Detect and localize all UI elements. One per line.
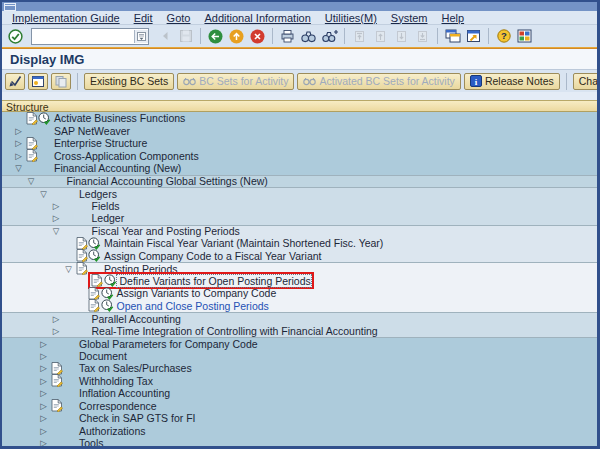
copy-pages-icon (54, 75, 68, 88)
tree-row-content: Withholding Tax (50, 374, 153, 387)
collapse-arrow-icon[interactable]: ▽ (37, 190, 50, 199)
tree-item-label[interactable]: Assign Company Code to a Fiscal Year Var… (101, 250, 322, 262)
tree-item-label[interactable]: Check in SAP GTS for FI (76, 412, 196, 424)
command-field-dropdown-icon[interactable] (134, 30, 148, 43)
collapse-arrow-icon[interactable]: ▽ (50, 227, 63, 236)
img-documentation-icon[interactable] (75, 237, 88, 250)
exit-arrow-icon (229, 29, 244, 44)
img-documentation-icon[interactable] (50, 399, 63, 412)
print-button[interactable] (278, 27, 297, 46)
tree-item-label[interactable]: Inflation Accounting (76, 387, 170, 399)
menu-item-help[interactable]: Help (442, 12, 465, 24)
img-documentation-icon[interactable] (25, 112, 38, 125)
expand-arrow-icon[interactable]: ▷ (12, 139, 25, 148)
collapse-arrow-icon[interactable]: ▽ (62, 265, 75, 274)
enter-button[interactable] (6, 27, 25, 46)
tree-row-cross-application-components: ▷Cross-Application Components (2, 150, 597, 163)
cancel-button[interactable] (248, 27, 267, 46)
display-node-button[interactable] (28, 73, 48, 90)
expand-arrow-icon[interactable]: ▷ (37, 352, 50, 361)
tree-item-label[interactable]: SAP NetWeaver (51, 125, 130, 137)
tree-item-label[interactable]: Maintain Fiscal Year Variant (Maintain S… (101, 237, 383, 249)
expand-arrow-icon[interactable]: ▷ (12, 127, 25, 136)
tree-item-label[interactable]: Parallel Accounting (89, 313, 181, 325)
img-documentation-icon[interactable] (88, 287, 101, 300)
tree-row-content: Document (50, 350, 127, 362)
expand-arrow-icon[interactable]: ▷ (50, 315, 63, 324)
tree-row-parallel-accounting: ▷Parallel Accounting (2, 312, 597, 325)
position-button[interactable] (5, 73, 25, 90)
collapse-arrow-icon[interactable]: ▽ (12, 164, 25, 173)
release-notes-button[interactable]: iRelease Notes (464, 73, 560, 90)
expand-arrow-icon[interactable]: ▷ (37, 377, 50, 386)
expand-arrow-icon[interactable]: ▷ (12, 152, 25, 161)
expand-arrow-icon[interactable]: ▷ (50, 202, 63, 211)
tree-item-label[interactable]: Financial Accounting (New) (51, 162, 181, 174)
tree-item-label[interactable]: Withholding Tax (76, 375, 153, 387)
tree-item-label[interactable]: Tax on Sales/Purchases (76, 362, 192, 374)
new-session-button[interactable] (443, 27, 462, 46)
menu-item-additional-information[interactable]: Additional Information (204, 12, 310, 24)
find-button[interactable] (299, 27, 318, 46)
last-page-icon (416, 30, 429, 43)
help-button[interactable]: ? (494, 27, 513, 46)
existing-bc-sets-button[interactable]: Existing BC Sets (84, 73, 174, 90)
menu-item-system[interactable]: System (391, 12, 428, 24)
expand-arrow-icon[interactable]: ▷ (37, 402, 50, 411)
expand-arrow-icon[interactable]: ▷ (50, 327, 63, 336)
img-activity-icon[interactable] (88, 249, 101, 262)
command-field[interactable] (32, 30, 134, 43)
tree-item-label[interactable]: Assign Variants to Company Code (114, 287, 277, 299)
img-documentation-icon[interactable] (25, 149, 38, 162)
exit-button[interactable] (227, 27, 246, 46)
img-documentation-icon[interactable] (25, 137, 38, 150)
small-left-arrow-icon (161, 31, 169, 41)
menu-item-utilities-m[interactable]: Utilities(M) (325, 12, 377, 24)
img-documentation-icon[interactable] (88, 299, 101, 312)
tree-item-label[interactable]: Real-Time Integration of Controlling wit… (89, 325, 378, 337)
img-documentation-icon[interactable] (91, 274, 104, 287)
tree-item-label[interactable]: Correspondence (76, 400, 157, 412)
img-activity-icon[interactable] (88, 237, 101, 250)
tree-item-label[interactable]: Activate Business Functions (51, 112, 185, 124)
tree-row-content: Check in SAP GTS for FI (50, 412, 196, 424)
expand-arrow-icon[interactable]: ▷ (50, 214, 63, 223)
img-documentation-icon[interactable] (50, 362, 63, 375)
img-activity-icon[interactable] (104, 274, 117, 287)
collapse-arrow-icon[interactable]: ▽ (25, 177, 38, 186)
back-button[interactable] (206, 27, 225, 46)
menu-item-edit[interactable]: Edit (134, 12, 153, 24)
tree-item-label[interactable]: Fields (89, 200, 120, 212)
img-activity-icon[interactable] (101, 287, 114, 300)
customize-layout-button[interactable] (515, 27, 534, 46)
expand-arrow-icon[interactable]: ▷ (37, 340, 50, 349)
img-documentation-icon[interactable] (75, 249, 88, 262)
expand-arrow-icon[interactable]: ▷ (37, 389, 50, 398)
tree-item-label[interactable]: Cross-Application Components (51, 150, 199, 162)
img-activity-icon[interactable] (38, 112, 51, 125)
menu-item-implementation-guide[interactable]: Implementation Guide (12, 12, 120, 24)
tree-item-label[interactable]: Tools (76, 437, 104, 446)
find-next-button[interactable] (320, 27, 339, 46)
tree-item-label[interactable]: Global Parameters for Company Code (76, 338, 258, 350)
expand-arrow-icon[interactable]: ▷ (37, 439, 50, 446)
img-activity-icon[interactable] (101, 299, 114, 312)
expand-arrow-icon[interactable]: ▷ (37, 427, 50, 436)
img-documentation-icon[interactable] (75, 262, 88, 275)
expand-arrow-icon[interactable]: ▷ (37, 414, 50, 423)
tree-item-label[interactable]: Define Variants for Open Posting Periods (117, 275, 311, 287)
tree-item-label[interactable]: Ledger (89, 212, 125, 224)
img-documentation-icon[interactable] (50, 374, 63, 387)
tree-item-label[interactable]: Fiscal Year and Posting Periods (89, 225, 240, 237)
tree-item-label[interactable]: Ledgers (76, 188, 117, 200)
tree-item-label[interactable]: Financial Accounting Global Settings (Ne… (64, 175, 268, 187)
expand-arrow-icon[interactable]: ▷ (37, 364, 50, 373)
tree-item-label[interactable]: Enterprise Structure (51, 137, 147, 149)
create-shortcut-button[interactable] (464, 27, 483, 46)
menu-item-goto[interactable]: Goto (167, 12, 191, 24)
tree-item-label[interactable]: Document (76, 350, 127, 362)
tree-item-label[interactable]: Open and Close Posting Periods (114, 300, 269, 312)
change-log-button[interactable]: Change Log (573, 73, 600, 90)
tree-item-label[interactable]: Authorizations (76, 425, 146, 437)
tree-row-withholding-tax: ▷Withholding Tax (2, 375, 597, 388)
